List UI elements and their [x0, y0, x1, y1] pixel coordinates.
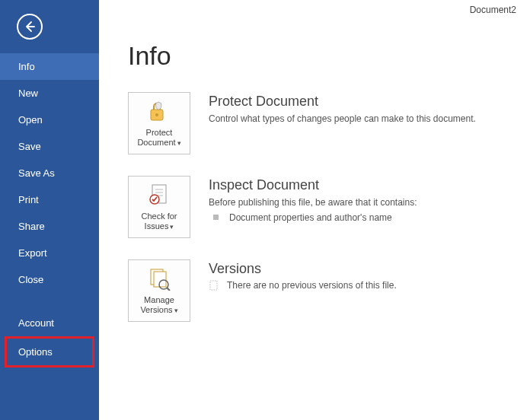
nav-open[interactable]: Open [0, 107, 99, 133]
document-title: Document2 [470, 5, 516, 15]
back-button[interactable] [17, 14, 43, 40]
page-title: Info [128, 41, 512, 71]
nav-export[interactable]: Export [0, 240, 99, 266]
inspect-section: Check forIssues▾ Inspect Document Before… [128, 176, 512, 238]
manage-versions-button[interactable]: ManageVersions▾ [128, 259, 190, 322]
dropdown-icon: ▾ [174, 307, 178, 314]
main-panel: Document2 Info ProtectDocument▾ Protect … [99, 0, 530, 420]
nav-account[interactable]: Account [0, 310, 99, 336]
versions-title: Versions [209, 261, 397, 277]
inspect-list-item: Document properties and author's name [209, 212, 417, 223]
svg-rect-11 [210, 281, 217, 290]
arrow-left-icon [24, 21, 36, 33]
dropdown-icon: ▾ [170, 223, 174, 231]
svg-line-10 [167, 288, 170, 291]
check-for-issues-button[interactable]: Check forIssues▾ [128, 176, 190, 238]
nav-save-as[interactable]: Save As [0, 160, 99, 186]
nav-info[interactable]: Info [0, 53, 99, 80]
protect-section: ProtectDocument▾ Protect Document Contro… [128, 92, 512, 154]
nav-share[interactable]: Share [0, 213, 99, 240]
svg-rect-8 [154, 272, 166, 287]
document-check-icon [147, 183, 171, 207]
versions-section: ManageVersions▾ Versions There are no pr… [128, 259, 512, 322]
protect-title: Protect Document [209, 94, 476, 110]
nav-options[interactable]: Options [5, 336, 94, 368]
lock-shield-icon [147, 99, 171, 123]
inspect-desc: Before publishing this file, be aware th… [209, 196, 417, 209]
protect-document-button[interactable]: ProtectDocument▾ [128, 92, 190, 154]
nav-print[interactable]: Print [0, 186, 99, 213]
document-icon [209, 280, 219, 291]
versions-desc: There are no previous versions of this f… [209, 280, 397, 291]
nav-close[interactable]: Close [0, 266, 99, 293]
bullet-icon [213, 215, 219, 220]
backstage-sidebar: Info New Open Save Save As Print Share E… [0, 0, 99, 420]
inspect-title: Inspect Document [209, 177, 417, 193]
dropdown-icon: ▾ [177, 139, 181, 147]
document-versions-icon [147, 266, 171, 291]
nav-save[interactable]: Save [0, 133, 99, 160]
nav-new[interactable]: New [0, 80, 99, 107]
svg-point-1 [155, 113, 158, 116]
protect-desc: Control what types of changes people can… [209, 113, 476, 126]
